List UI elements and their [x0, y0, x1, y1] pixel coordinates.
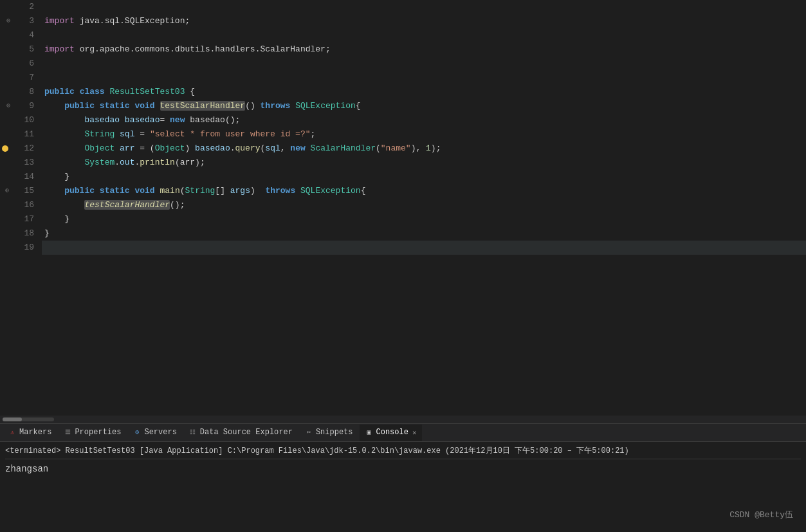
tab-snippets-label: Snippets: [316, 428, 353, 437]
warning-icon: [2, 145, 8, 152]
line-num-11: 11: [13, 127, 34, 142]
line-num-2: 2: [13, 0, 34, 14]
line-numbers: 2 3⊕ 4 5 6 7 8 9⊕ 10 11 12 13 14 15⊕ 16 …: [10, 0, 39, 416]
console-close-icon[interactable]: ✕: [412, 428, 417, 437]
code-container: 2 3⊕ 4 5 6 7 8 9⊕ 10 11 12 13 14 15⊕ 16 …: [0, 0, 806, 416]
line-num-9: 9⊕: [13, 99, 34, 113]
console-output: zhangsan: [5, 462, 801, 476]
gutter-line-4: [0, 28, 10, 42]
line-num-10: 10: [13, 113, 34, 127]
line-num-6: 6: [13, 57, 34, 71]
code-line-5: import org.apache.commons.dbutils.handle…: [42, 42, 806, 57]
tab-snippets[interactable]: ✂ Snippets: [299, 425, 358, 441]
gutter-line-8: [0, 85, 10, 99]
tab-datasource-label: Data Source Explorer: [200, 428, 293, 437]
line-num-5: 5: [13, 42, 34, 57]
code-line-11: String sql = "select * from user where i…: [42, 127, 806, 142]
scrollbar-track[interactable]: [3, 417, 54, 421]
editor-area: 2 3⊕ 4 5 6 7 8 9⊕ 10 11 12 13 14 15⊕ 16 …: [0, 0, 806, 423]
tab-servers[interactable]: ⚙ Servers: [127, 425, 181, 441]
watermark: CSDN @Betty伍: [729, 509, 793, 520]
code-line-6: [42, 57, 806, 71]
line-num-17: 17: [13, 212, 34, 226]
code-text-area[interactable]: import java.sql.SQLException; import org…: [39, 0, 806, 416]
line-num-8: 8: [13, 85, 34, 99]
gutter-line-6: [0, 57, 10, 71]
tab-properties-label: Properties: [75, 428, 121, 437]
scrollbar-thumb[interactable]: [3, 417, 22, 421]
code-line-9: public static void testScalarHandler() t…: [42, 99, 806, 113]
code-line-16: testScalarHandler();: [42, 198, 806, 212]
gutter-line-5: [0, 42, 10, 57]
gutter-line-11: [0, 127, 10, 142]
gutter-line-2: [0, 0, 10, 14]
code-line-12: Object arr = (Object) basedao.query(sql,…: [42, 142, 806, 156]
code-line-8: public class ResultSetTest03 {: [42, 85, 806, 99]
markers-icon: ⚠: [8, 428, 17, 437]
tab-datasource[interactable]: ☷ Data Source Explorer: [183, 425, 298, 441]
line-num-3: 3⊕: [13, 14, 34, 28]
bottom-panel: ⚠ Markers ☰ Properties ⚙ Servers ☷ Data …: [0, 423, 806, 532]
console-status: <terminated> ResultSetTest03 [Java Appli…: [5, 445, 801, 459]
line-num-13: 13: [13, 156, 34, 170]
tab-markers-label: Markers: [19, 428, 51, 437]
datasource-icon: ☷: [188, 428, 197, 437]
tab-bar: ⚠ Markers ☰ Properties ⚙ Servers ☷ Data …: [0, 424, 806, 442]
tab-servers-label: Servers: [144, 428, 176, 437]
gutter-line-17: [0, 212, 10, 226]
tab-markers[interactable]: ⚠ Markers: [3, 425, 57, 441]
code-line-4: [42, 28, 806, 42]
code-line-3: import java.sql.SQLException;: [42, 14, 806, 28]
left-gutter: [0, 0, 10, 416]
gutter-line-10: [0, 113, 10, 127]
properties-icon: ☰: [63, 428, 72, 437]
line-num-19: 19: [13, 241, 34, 255]
horizontal-scrollbar[interactable]: [0, 416, 806, 423]
console-area: <terminated> ResultSetTest03 [Java Appli…: [0, 442, 806, 532]
gutter-line-18: [0, 226, 10, 241]
console-icon: ▣: [365, 428, 374, 437]
gutter-line-7: [0, 71, 10, 85]
code-line-10: basedao basedao= new basedao();: [42, 113, 806, 127]
gutter-line-14: [0, 170, 10, 184]
code-line-2: [42, 0, 806, 14]
gutter-line-19: [0, 241, 10, 255]
code-line-7: [42, 71, 806, 85]
servers-icon: ⚙: [133, 428, 142, 437]
code-line-17: }: [42, 212, 806, 226]
line-num-18: 18: [13, 226, 34, 241]
line-num-16: 16: [13, 198, 34, 212]
code-line-19: [42, 241, 806, 255]
code-line-15: public static void main(String[] args) t…: [42, 184, 806, 198]
gutter-line-13: [0, 156, 10, 170]
line-num-14: 14: [13, 170, 34, 184]
code-line-14: }: [42, 170, 806, 184]
gutter-line-12: [0, 142, 10, 156]
snippets-icon: ✂: [304, 428, 313, 437]
line-num-7: 7: [13, 71, 34, 85]
code-line-13: System.out.println(arr);: [42, 156, 806, 170]
tab-properties[interactable]: ☰ Properties: [58, 425, 126, 441]
gutter-line-16: [0, 198, 10, 212]
line-num-4: 4: [13, 28, 34, 42]
code-line-18: }: [42, 226, 806, 241]
line-num-12: 12: [13, 142, 34, 156]
line-num-15: 15⊕: [13, 184, 34, 198]
tab-console-label: Console: [376, 428, 408, 437]
tab-console[interactable]: ▣ Console ✕: [360, 425, 422, 441]
